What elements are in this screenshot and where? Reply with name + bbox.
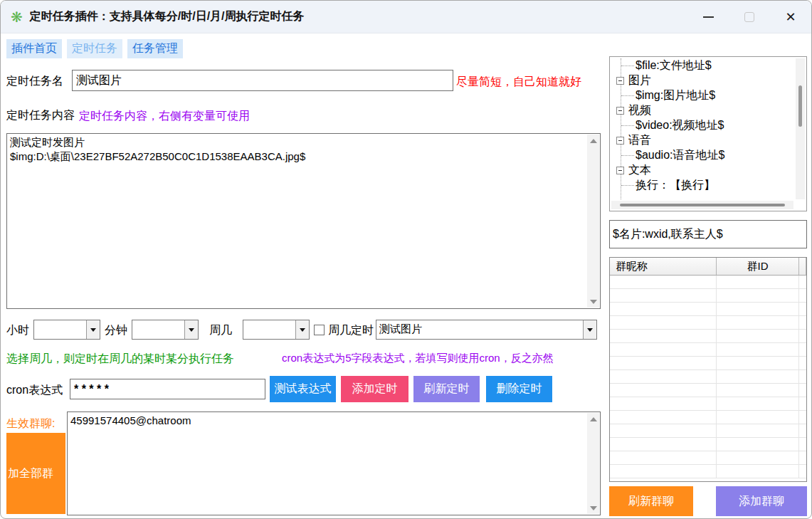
cron-input[interactable]	[70, 379, 265, 399]
tree-label: $audio:语音地址$	[636, 148, 724, 163]
weekday-hint: 选择周几，则定时在周几的某时某分执行任务	[6, 352, 234, 367]
task-name-label: 定时任务名	[6, 74, 63, 89]
cell-group-name	[610, 370, 717, 383]
tab-bar: 插件首页 定时任务 任务管理	[6, 39, 183, 58]
cron-hint: cron表达式为5字段表达式，若填写则使用cron，反之亦然	[282, 352, 554, 365]
chevron-down-icon[interactable]	[184, 320, 198, 339]
collapse-icon[interactable]	[616, 167, 624, 174]
table-row[interactable]	[610, 343, 806, 357]
chevron-down-icon[interactable]	[583, 320, 596, 339]
scroll-down-icon[interactable]	[587, 295, 599, 308]
table-row[interactable]	[610, 451, 806, 465]
minimize-button[interactable]	[687, 1, 729, 33]
cell-group-name	[610, 465, 717, 478]
group-list-textarea[interactable]: 45991574405@chatroom	[67, 411, 601, 515]
cell-group-id	[717, 465, 799, 478]
cell-group-id	[717, 289, 799, 302]
window-controls: ✕	[687, 1, 811, 33]
chevron-down-icon[interactable]	[295, 320, 309, 339]
chevron-down-icon[interactable]	[86, 320, 100, 339]
cell-group-id	[717, 370, 799, 383]
content-scrollbar[interactable]	[587, 135, 599, 308]
table-row[interactable]	[610, 289, 806, 303]
weekday-select[interactable]	[243, 320, 310, 340]
refresh-timer-button[interactable]: 刷新定时	[413, 376, 480, 402]
table-row[interactable]	[610, 465, 806, 478]
scrollbar-thumb[interactable]	[798, 85, 802, 127]
weekday-timer-checkbox[interactable]	[314, 325, 325, 335]
variables-tree-panel: $file:文件地址$图片$img:图片地址$视频$video:视频地址$语音$…	[609, 56, 807, 211]
close-button[interactable]: ✕	[770, 1, 811, 33]
collapse-icon[interactable]	[616, 77, 624, 85]
collapse-icon[interactable]	[616, 137, 624, 145]
cell-group-id	[717, 316, 799, 329]
variables-tree-items: $file:文件地址$图片$img:图片地址$视频$video:视频地址$语音$…	[611, 58, 793, 199]
add-timer-button[interactable]: 添加定时	[341, 376, 408, 402]
refresh-groups-button[interactable]: 刷新群聊	[609, 486, 693, 516]
tree-leaf[interactable]: $audio:语音地址$	[611, 148, 793, 163]
tab-task-manage[interactable]: 任务管理	[127, 39, 183, 58]
tree-leaf[interactable]: $video:视频地址$	[611, 118, 793, 133]
column-header-group-id[interactable]: 群ID	[717, 258, 799, 275]
table-row[interactable]	[610, 384, 806, 397]
tree-label: $video:视频地址$	[636, 118, 724, 133]
task-select[interactable]: 测试图片	[376, 320, 597, 340]
minute-select[interactable]	[132, 320, 199, 340]
group-table-body	[610, 276, 806, 481]
cell-group-name	[610, 330, 717, 342]
tab-plugin-home[interactable]: 插件首页	[6, 39, 62, 58]
scroll-down-icon[interactable]	[587, 502, 599, 514]
cell-group-id	[717, 451, 799, 464]
collapse-icon[interactable]	[616, 107, 624, 115]
table-row[interactable]	[610, 411, 806, 424]
table-row[interactable]	[610, 397, 806, 411]
scroll-up-icon[interactable]	[587, 135, 599, 147]
test-expression-button[interactable]: 测试表达式	[270, 376, 336, 402]
hour-select[interactable]	[33, 320, 100, 340]
maximize-button[interactable]	[729, 1, 770, 33]
task-name-input[interactable]	[72, 70, 453, 91]
hour-label: 小时	[6, 323, 29, 338]
tree-label: $file:文件地址$	[636, 58, 712, 73]
cell-group-id	[717, 438, 799, 451]
table-row[interactable]	[610, 303, 806, 316]
cell-group-name	[610, 424, 717, 437]
scroll-up-icon[interactable]	[587, 413, 599, 425]
tree-label: 图片	[628, 73, 651, 88]
table-row[interactable]	[610, 370, 806, 384]
add-group-button[interactable]: 添加群聊	[716, 486, 807, 516]
tree-node[interactable]: 语音	[611, 133, 793, 148]
app-window: ❋ 定时任务插件：支持具体每分/时/日/月/周执行定时任务 ✕ 插件首页 定时任…	[0, 0, 812, 519]
task-content-textarea[interactable]: 测试定时发图片 $img:D:\桌面\23E27BF52A272B50C0C1D…	[6, 133, 601, 309]
tree-node[interactable]: 图片	[611, 73, 793, 88]
task-select-value: 测试图片	[376, 320, 583, 339]
tab-scheduled-task[interactable]: 定时任务	[67, 39, 122, 58]
tree-leaf[interactable]: 换行：【换行】	[611, 178, 793, 193]
task-content-label: 定时任务内容	[6, 108, 75, 123]
table-row[interactable]	[610, 316, 806, 330]
group-scrollbar[interactable]	[587, 413, 599, 514]
table-row[interactable]	[610, 424, 806, 438]
cell-group-name	[610, 411, 717, 424]
column-header-group-name[interactable]: 群昵称	[610, 258, 717, 275]
tree-leaf[interactable]: $img:图片地址$	[611, 88, 793, 103]
cell-group-name	[610, 316, 717, 329]
tree-label: 文本	[628, 163, 651, 178]
tree-leaf[interactable]: $file:文件地址$	[611, 58, 793, 73]
tree-vertical-scrollbar[interactable]	[796, 58, 805, 199]
cell-group-id	[717, 357, 799, 369]
add-all-groups-button[interactable]: 加全部群	[6, 433, 65, 514]
delete-timer-button[interactable]: 删除定时	[486, 376, 552, 402]
table-row[interactable]	[610, 276, 806, 289]
tree-node[interactable]: 视频	[611, 103, 793, 118]
cell-group-id	[717, 397, 799, 410]
table-row[interactable]	[610, 330, 806, 343]
title-bar: ❋ 定时任务插件：支持具体每分/时/日/月/周执行定时任务 ✕	[1, 1, 811, 33]
card-variable-box[interactable]: $名片:wxid,联系主人$	[609, 220, 807, 248]
scrollbar-thumb[interactable]	[620, 204, 785, 206]
tree-horizontal-scrollbar[interactable]	[611, 201, 793, 209]
table-row[interactable]	[610, 357, 806, 370]
tree-node[interactable]: 文本	[611, 163, 793, 178]
group-table: 群昵称 群ID	[609, 257, 807, 482]
table-row[interactable]	[610, 438, 806, 451]
